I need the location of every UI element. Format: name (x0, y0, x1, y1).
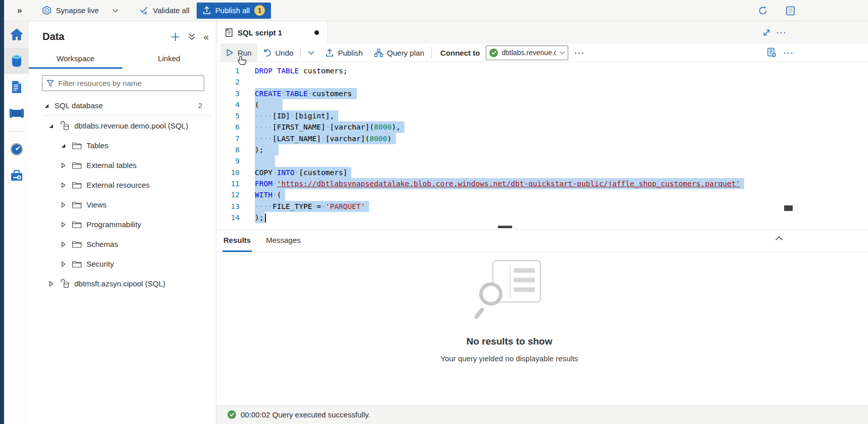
nav-integrate[interactable] (4, 100, 29, 126)
tree-item-label: Views (86, 200, 107, 209)
code-line-12[interactable]: 12WITH·( (216, 189, 868, 200)
nav-develop[interactable] (4, 74, 29, 100)
run-button[interactable]: Run (220, 44, 257, 62)
tree-item-external-tables[interactable]: External tables (29, 155, 216, 175)
code-line-8[interactable]: 8); (216, 144, 868, 155)
undo-redo-dropdown-button[interactable] (302, 44, 320, 62)
tree-item-label: Schemas (86, 240, 118, 248)
data-panel-title: Data (42, 31, 64, 43)
synapse-studio-window: » Synapse live Validate all Publish all … (0, 0, 868, 424)
selection-highlight: ····[FIRST_NAME]·[varchar](8000), (255, 121, 404, 133)
folder-icon (71, 141, 82, 150)
expand-editor-button[interactable] (762, 21, 771, 44)
magnifier-handle (473, 307, 484, 319)
folder-icon (71, 260, 82, 268)
connect-to-label: Connect to (440, 49, 480, 57)
publish-label: Publish (338, 49, 362, 57)
empty-results-subtitle: Your query yielded no displayable result… (216, 354, 802, 363)
query-status-text: 00:00:02 Query executed successfully. (241, 410, 371, 419)
script-properties-button[interactable] (766, 48, 776, 58)
collapsed-triangle-icon[interactable] (59, 241, 67, 248)
empty-results-title: No results to show (216, 336, 802, 347)
code-line-1[interactable]: 1DROP TABLE customers; (216, 65, 868, 76)
connect-to-pool-select[interactable]: dbtlabs.revenue.demo.pool (486, 46, 568, 60)
data-panel: Data « Workspace Linked SQL database2dbt… (29, 21, 216, 424)
tree-item-label: Tables (86, 141, 108, 150)
query-plan-button[interactable]: Query plan (369, 44, 430, 62)
pool-connected-icon (489, 49, 498, 57)
tab-linked[interactable]: Linked (122, 50, 216, 69)
expand-nav-button[interactable]: » (17, 6, 22, 16)
expanded-triangle-icon[interactable] (42, 102, 51, 109)
undo-button[interactable]: Undo (257, 44, 299, 62)
tree-item-programmability[interactable]: Programmability (29, 215, 216, 234)
collapsed-triangle-icon[interactable] (47, 280, 55, 287)
collapsed-triangle-icon[interactable] (59, 261, 67, 268)
synapse-live-menu[interactable]: Synapse live (42, 6, 118, 15)
query-success-icon (227, 410, 236, 419)
horizontal-scrollbar-thumb[interactable] (498, 226, 512, 228)
code-line-10[interactable]: 10COPY·INTO·[customers] (216, 167, 868, 178)
collapsed-triangle-icon[interactable] (59, 162, 67, 169)
tree-item-tables[interactable]: Tables (29, 136, 216, 155)
expanded-triangle-icon[interactable] (47, 122, 55, 130)
code-line-6[interactable]: 6····[FIRST_NAME]·[varchar](8000), (216, 121, 868, 133)
tab-more-actions-button[interactable]: ··· (770, 21, 793, 44)
expanded-triangle-icon[interactable] (59, 142, 67, 149)
results-panel: Results Messages No results to show Your… (216, 229, 868, 405)
code-line-2[interactable]: 2 (216, 76, 868, 88)
code-line-13[interactable]: 13····FILE_TYPE·=·'PARQUET' (216, 201, 868, 212)
toolbar-more-button[interactable]: ··· (568, 49, 591, 57)
tree-item-views[interactable]: Views (29, 195, 216, 215)
scrollbar-corner-thumb[interactable] (784, 205, 793, 211)
line-number: 2 (216, 76, 240, 88)
refresh-button[interactable] (758, 0, 768, 21)
publish-upload-icon (326, 49, 334, 57)
selection-highlight: FROM·'https://dbtlabsynapsedatalake.blob… (255, 178, 744, 189)
editor-more-button[interactable]: ··· (784, 49, 794, 57)
line-number: 10 (216, 167, 240, 178)
collapsed-triangle-icon[interactable] (59, 182, 67, 189)
chevron-down-icon[interactable] (112, 9, 118, 13)
code-line-5[interactable]: 5····[ID]·[bigint], (216, 110, 868, 121)
filter-resources-input[interactable] (58, 79, 200, 88)
query-plan-icon (374, 49, 383, 57)
folder-icon (71, 220, 82, 229)
code-line-7[interactable]: 7····[LAST_NAME]·[varchar](8000) (216, 133, 868, 144)
pool-name: dbtlabs.revenue.demo.pool (501, 49, 556, 57)
code-line-9[interactable]: 9 (216, 155, 868, 166)
sql-pool-icon (59, 120, 70, 131)
code-line-11[interactable]: 11FROM·'https://dbtlabsynapsedatalake.bl… (216, 178, 868, 189)
nav-monitor[interactable] (4, 136, 29, 162)
folder-icon (71, 200, 82, 209)
double-chevron-down-icon[interactable] (188, 32, 196, 41)
add-resource-button[interactable] (170, 32, 180, 42)
tree-item-security[interactable]: Security (29, 254, 216, 274)
nav-home[interactable] (4, 21, 29, 48)
selection-highlight: ); (255, 144, 279, 155)
collapsed-triangle-icon[interactable] (59, 221, 67, 228)
tree-item-sql-database[interactable]: SQL database2 (29, 96, 216, 115)
tab-messages[interactable]: Messages (265, 236, 301, 252)
nav-manage[interactable] (4, 162, 29, 189)
tab-sql-script-1[interactable]: SQL script 1 (217, 21, 328, 44)
collapse-panel-button[interactable]: « (203, 31, 209, 43)
tree-item-label: External resources (86, 181, 150, 189)
tab-results[interactable]: Results (222, 236, 252, 252)
code-line-4[interactable]: 4( (216, 99, 868, 110)
publish-button[interactable]: Publish (320, 44, 368, 62)
nav-data[interactable] (4, 48, 29, 74)
code-line-3[interactable]: 3CREATE·TABLE·customers (216, 88, 868, 99)
tree-item-external-resources[interactable]: External resources (29, 175, 216, 195)
validate-all-button[interactable]: Validate all (140, 6, 190, 15)
sql-code-editor[interactable]: 1DROP TABLE customers;23CREATE·TABLE·cus… (216, 62, 868, 226)
code-line-14[interactable]: 14); (216, 212, 868, 223)
tree-item-dbtlabs-revenue-demo-pool-sql[interactable]: dbtlabs.revenue.demo.pool (SQL) (29, 116, 216, 136)
collapsed-triangle-icon[interactable] (59, 201, 67, 208)
collapse-results-button[interactable] (775, 236, 783, 241)
tab-workspace[interactable]: Workspace (29, 50, 122, 69)
publish-all-button[interactable]: Publish all 1 (197, 3, 271, 19)
tree-item-schemas[interactable]: Schemas (29, 234, 216, 254)
release-notes-button[interactable] (785, 0, 796, 21)
tree-item-dbtmsft-azsyn-cipool-sql[interactable]: dbtmsft.azsyn.cipool (SQL) (29, 274, 216, 293)
